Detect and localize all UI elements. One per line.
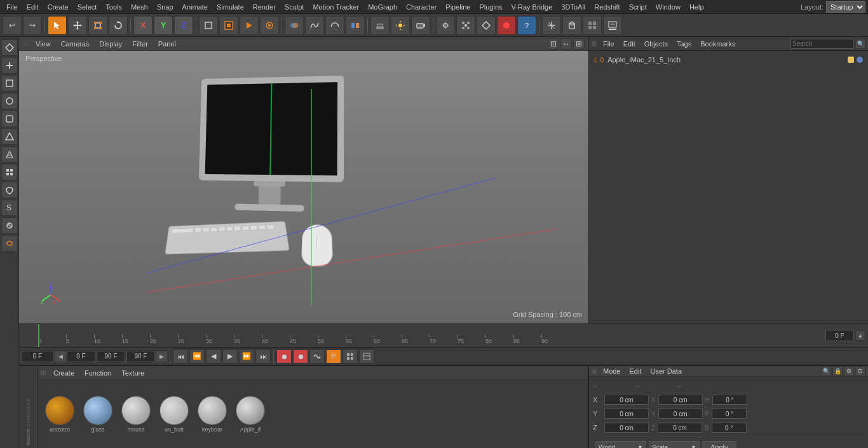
sidebar-btn-12[interactable] [1, 235, 18, 252]
menu-tools[interactable]: Tools [102, 2, 126, 12]
om-search-input[interactable] [790, 39, 854, 49]
material-item-glass[interactable]: glass [80, 396, 116, 433]
om-menu-file[interactable]: File [600, 39, 617, 48]
prev-frame-input[interactable] [67, 351, 95, 362]
attr-search-icon[interactable]: 🔍 [821, 366, 831, 376]
frame-arrow-btn[interactable]: ▲ [855, 330, 865, 341]
nurbs-button[interactable] [325, 16, 344, 35]
floor-button[interactable] [370, 16, 390, 35]
sidebar-btn-8[interactable] [1, 164, 18, 180]
attr-settings-icon[interactable]: ⚙ [844, 366, 854, 376]
b-rot-input[interactable] [712, 423, 747, 433]
y-pos-input[interactable] [604, 409, 649, 419]
move-tool-button[interactable] [68, 16, 87, 35]
viewport-menu-cameras[interactable]: Cameras [58, 39, 92, 49]
play-back-btn[interactable]: ◀ [206, 350, 221, 363]
menu-redshift[interactable]: Redshift [590, 2, 623, 12]
x-pos-input[interactable] [604, 395, 649, 405]
transform-button[interactable] [542, 16, 561, 35]
world-dropdown[interactable]: World ▼ [595, 441, 646, 448]
material-item-keyboard[interactable]: keyboar [194, 396, 230, 433]
y-axis-button[interactable]: Y [154, 16, 173, 35]
mat-menu-function[interactable]: Function [82, 369, 114, 377]
record-object-btn[interactable]: ⏺ [293, 350, 308, 363]
mat-menu-texture[interactable]: Texture [119, 369, 147, 377]
sidebar-btn-2[interactable] [1, 57, 18, 74]
spline-button[interactable] [305, 16, 324, 35]
z-pos-input[interactable] [604, 423, 649, 433]
menu-vray[interactable]: V-Ray Bridge [508, 2, 557, 12]
viewport-menu-display[interactable]: Display [97, 39, 125, 49]
goto-start-btn[interactable]: ⏮ [173, 350, 188, 363]
grid-view-btn[interactable] [342, 350, 358, 363]
viewport-icon-3[interactable]: ⊞ [573, 38, 585, 50]
p-rot-input[interactable] [712, 409, 747, 419]
motion-path-btn[interactable] [309, 350, 325, 363]
attr-menu-edit[interactable]: Edit [627, 367, 644, 376]
sidebar-btn-6[interactable] [1, 128, 18, 145]
menu-help[interactable]: Help [686, 2, 708, 12]
camera-button[interactable] [411, 16, 430, 35]
undo-button[interactable]: ↩ [3, 16, 22, 35]
menu-mograph[interactable]: MoGraph [364, 2, 401, 12]
move-tool2-button[interactable] [436, 16, 455, 35]
record-button[interactable] [497, 16, 516, 35]
mat-menu-create[interactable]: Create [51, 369, 77, 377]
record-active-btn[interactable]: ⏺ [276, 350, 292, 363]
scale-dropdown[interactable]: Scale ▼ [649, 441, 700, 448]
grid-button[interactable] [583, 16, 602, 35]
sidebar-btn-1[interactable] [1, 39, 18, 56]
ir-render-button[interactable] [260, 16, 279, 35]
render-button[interactable] [240, 16, 259, 35]
attr-lock-icon[interactable]: 🔒 [832, 366, 843, 376]
menu-window[interactable]: Window [652, 2, 684, 12]
material-item-mouse[interactable]: mouse [118, 396, 154, 433]
info-button[interactable]: ? [517, 16, 536, 35]
h-rot-input[interactable] [712, 395, 747, 405]
snap-button[interactable] [456, 16, 475, 35]
material-item-button[interactable]: on_butt [156, 396, 192, 433]
om-menu-bookmarks[interactable]: Bookmarks [698, 39, 738, 48]
goto-end-btn[interactable]: ⏭ [255, 350, 271, 363]
viewport-icon-2[interactable]: ↔ [560, 38, 572, 50]
sidebar-btn-9[interactable] [1, 182, 18, 198]
om-search-btn[interactable]: 🔍 [855, 39, 865, 49]
menu-pipeline[interactable]: Pipeline [442, 2, 474, 12]
select-tool-button[interactable] [48, 16, 67, 35]
current-frame-input[interactable] [825, 330, 854, 341]
scale-tool-button[interactable] [88, 16, 107, 35]
viewport-menu-panel[interactable]: Panel [156, 39, 179, 49]
sidebar-btn-5[interactable] [1, 111, 18, 127]
z-axis-button[interactable]: Z [174, 16, 193, 35]
attr-expand-icon[interactable]: ⊡ [855, 366, 865, 376]
redo-button[interactable]: ↪ [23, 16, 42, 35]
menu-3dtoall[interactable]: 3DToAll [557, 2, 589, 12]
object-mode-button[interactable] [199, 16, 218, 35]
render-region-button[interactable] [219, 16, 238, 35]
menu-sculpt[interactable]: Sculpt [281, 2, 308, 12]
prev-key-btn[interactable]: ⏪ [189, 350, 205, 363]
keyframe-button[interactable] [477, 16, 496, 35]
viewport-menu-filter[interactable]: Filter [130, 39, 150, 49]
menu-file[interactable]: File [3, 2, 22, 12]
menu-motion-tracker[interactable]: Motion Tracker [309, 2, 363, 12]
rotate-tool-button[interactable] [109, 16, 128, 35]
menu-create[interactable]: Create [44, 2, 72, 12]
menu-edit[interactable]: Edit [23, 2, 43, 12]
menu-plugins[interactable]: Plugins [475, 2, 506, 12]
menu-snap[interactable]: Snap [153, 2, 177, 12]
attr-menu-userdata[interactable]: User Data [648, 367, 685, 376]
z-size-input[interactable] [658, 423, 702, 433]
material-item-anizotro[interactable]: anizotro [42, 396, 78, 433]
menu-mesh[interactable]: Mesh [127, 2, 152, 12]
sidebar-btn-7[interactable] [1, 146, 18, 163]
om-menu-edit[interactable]: Edit [621, 39, 638, 48]
boole-button[interactable] [285, 16, 304, 35]
menu-animate[interactable]: Animate [179, 2, 212, 12]
menu-character[interactable]: Character [402, 2, 440, 12]
om-menu-tags[interactable]: Tags [674, 39, 694, 48]
menu-select[interactable]: Select [74, 2, 101, 12]
x-axis-button[interactable]: X [133, 16, 153, 35]
om-menu-objects[interactable]: Objects [642, 39, 670, 48]
play-forward-btn[interactable]: ▶ [222, 350, 238, 363]
